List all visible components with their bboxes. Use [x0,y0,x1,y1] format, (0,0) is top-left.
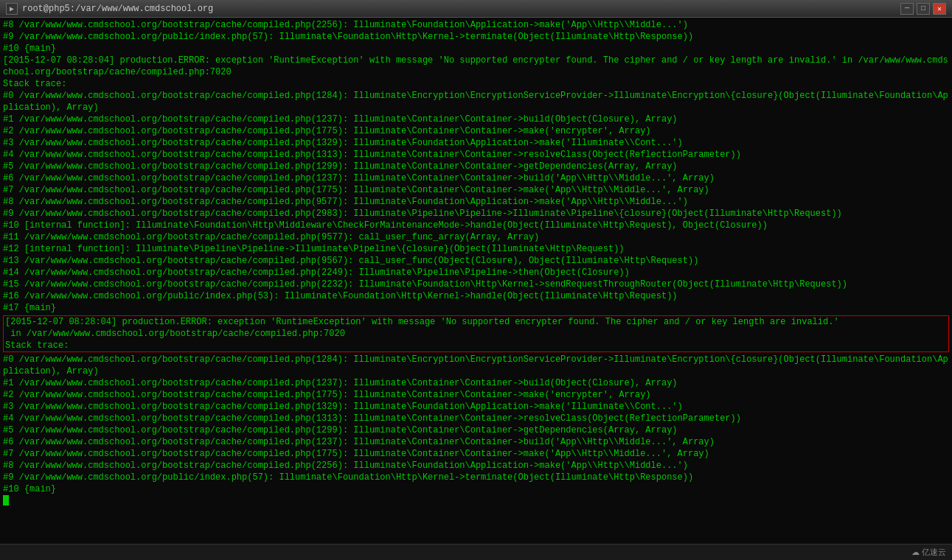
title-bar: ▶ root@php5:/var/www/www.cmdschool.org ─… [0,0,952,18]
terminal-line: #8 /var/www/www.cmdschool.org/bootstrap/… [3,19,949,31]
status-bar: ☁ 亿速云 [0,544,952,560]
terminal-line: #9 /var/www/www.cmdschool.org/bootstrap/… [3,208,949,220]
terminal-line: #10 [internal function]: Illuminate\Foun… [3,220,949,231]
terminal-line: #12 [internal function]: Illuminate\Pipe… [3,243,949,255]
cursor [3,495,9,505]
terminal-line: #1 /var/www/www.cmdschool.org/bootstrap/… [3,113,949,125]
title-bar-left: ▶ root@php5:/var/www/www.cmdschool.org [6,3,213,15]
terminal-line: #7 /var/www/www.cmdschool.org/bootstrap/… [3,448,949,460]
terminal-line: #3 /var/www/www.cmdschool.org/bootstrap/… [3,137,949,149]
error-highlight-box: [2015-12-07 08:28:04] production.ERROR: … [3,315,949,352]
title-bar-buttons: ─ □ ✕ [900,3,946,15]
terminal-line: #1 /var/www/www.cmdschool.org/bootstrap/… [3,377,949,389]
terminal-line: [2015-12-07 08:28:04] production.ERROR: … [4,316,948,328]
status-logo: ☁ 亿速云 [911,547,946,558]
cursor-line [3,495,949,505]
terminal-line: #10 {main} [3,43,949,55]
terminal-content[interactable]: #8 /var/www/www.cmdschool.org/bootstrap/… [0,18,952,544]
terminal-line: #2 /var/www/www.cmdschool.org/bootstrap/… [3,125,949,137]
title-bar-text: root@php5:/var/www/www.cmdschool.org [22,4,213,14]
terminal-line: #15 /var/www/www.cmdschool.org/bootstrap… [3,279,949,290]
terminal-line: #9 /var/www/www.cmdschool.org/public/ind… [3,31,949,43]
terminal-line: #11 /var/www/www.cmdschool.org/bootstrap… [3,231,949,243]
terminal-line: #17 {main} [3,302,949,314]
terminal-line: #0 /var/www/www.cmdschool.org/bootstrap/… [3,354,949,377]
terminal-line: #4 /var/www/www.cmdschool.org/bootstrap/… [3,413,949,424]
close-button[interactable]: ✕ [933,3,946,15]
terminal-line: #7 /var/www/www.cmdschool.org/bootstrap/… [3,184,949,196]
terminal-line: #2 /var/www/www.cmdschool.org/bootstrap/… [3,389,949,401]
minimize-button[interactable]: ─ [900,3,914,15]
terminal-line: #6 /var/www/www.cmdschool.org/bootstrap/… [3,436,949,448]
terminal-line: #4 /var/www/www.cmdschool.org/bootstrap/… [3,149,949,161]
terminal-container: #8 /var/www/www.cmdschool.org/bootstrap/… [0,18,952,544]
terminal-line: #10 {main} [3,483,949,495]
terminal-line: #9 /var/www/www.cmdschool.org/public/ind… [3,472,949,483]
terminal-line: #8 /var/www/www.cmdschool.org/bootstrap/… [3,460,949,472]
maximize-button[interactable]: □ [917,3,930,15]
terminal-icon: ▶ [6,3,18,15]
terminal-line: #8 /var/www/www.cmdschool.org/bootstrap/… [3,196,949,208]
terminal-line: #14 /var/www/www.cmdschool.org/bootstrap… [3,267,949,279]
terminal-line: #5 /var/www/www.cmdschool.org/bootstrap/… [3,424,949,436]
terminal-line: #16 /var/www/www.cmdschool.org/public/in… [3,290,949,302]
terminal-line: #3 /var/www/www.cmdschool.org/bootstrap/… [3,401,949,413]
terminal-line: Stack trace: [3,78,949,90]
terminal-line: #13 /var/www/www.cmdschool.org/bootstrap… [3,255,949,267]
terminal-line: #5 /var/www/www.cmdschool.org/bootstrap/… [3,161,949,172]
terminal-line: in /var/www/www.cmdschool.org/bootstrap/… [4,328,948,340]
terminal-line: #6 /var/www/www.cmdschool.org/bootstrap/… [3,172,949,184]
terminal-line: Stack trace: [4,340,948,351]
terminal-line: #0 /var/www/www.cmdschool.org/bootstrap/… [3,90,949,113]
terminal-line: [2015-12-07 08:28:04] production.ERROR: … [3,55,949,78]
